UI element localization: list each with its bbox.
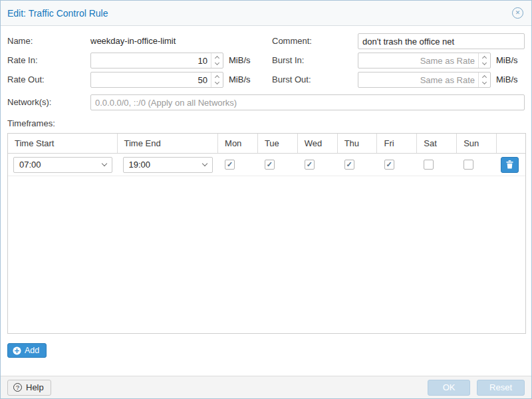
footer-actions: OK Reset — [428, 380, 525, 396]
dialog-footer: Help OK Reset — [1, 376, 531, 398]
help-button-label: Help — [26, 382, 44, 392]
day-checkbox-sun[interactable] — [464, 160, 473, 170]
timeframes-grid: Time Start Time End Mon Tue Wed Thu Fri … — [7, 133, 526, 334]
help-button[interactable]: Help — [7, 380, 51, 396]
column-header-wed[interactable]: Wed — [298, 134, 338, 153]
dialog-titlebar: Edit: Traffic Control Rule — [1, 1, 531, 26]
delete-row-button[interactable] — [501, 157, 519, 173]
chevron-down-icon — [101, 161, 106, 166]
day-checkbox-fri[interactable] — [384, 160, 394, 170]
time-end-cell: 19:00 — [118, 154, 219, 176]
timeframe-row: 07:00 19:00 — [8, 154, 525, 176]
column-header-sat[interactable]: Sat — [417, 134, 457, 153]
rate-out-unit: MiB/s — [229, 74, 251, 85]
add-button-label: Add — [25, 346, 39, 355]
column-header-thu[interactable]: Thu — [338, 134, 378, 153]
burst-out-unit: MiB/s — [496, 74, 518, 85]
column-header-time-end[interactable]: Time End — [118, 134, 219, 153]
thu-cell — [338, 154, 378, 176]
day-checkbox-wed[interactable] — [305, 160, 315, 170]
rate-out-spinner[interactable] — [211, 72, 223, 87]
rate-in-unit: MiB/s — [229, 55, 251, 66]
edit-traffic-control-rule-dialog: Edit: Traffic Control Rule Name: weekday… — [0, 0, 532, 399]
day-checkbox-mon[interactable] — [225, 160, 235, 170]
day-checkbox-tue[interactable] — [265, 160, 275, 170]
day-checkbox-sat[interactable] — [424, 160, 434, 170]
name-value: weekday-in-office-limit — [90, 36, 176, 47]
networks-input[interactable] — [90, 94, 525, 110]
rate-in-input[interactable] — [91, 53, 211, 68]
chevron-down-icon — [482, 80, 487, 84]
rate-out-field — [90, 72, 223, 88]
sat-cell — [417, 154, 457, 176]
rate-out-input[interactable] — [91, 72, 211, 87]
dialog-body: Name: weekday-in-office-limit Comment: R… — [1, 26, 531, 376]
time-start-combo[interactable]: 07:00 — [13, 157, 112, 173]
burst-in-field — [358, 53, 491, 68]
chevron-down-icon — [215, 61, 219, 65]
burst-out-label: Burst Out: — [272, 74, 311, 85]
burst-in-unit: MiB/s — [496, 55, 518, 66]
chevron-down-icon — [215, 80, 219, 84]
rate-in-field — [90, 53, 223, 68]
time-start-cell: 07:00 — [8, 154, 118, 176]
burst-out-field — [358, 72, 491, 88]
reset-button[interactable]: Reset — [477, 380, 525, 396]
question-circle-icon — [13, 383, 22, 392]
trash-icon — [506, 160, 513, 169]
burst-in-input[interactable] — [358, 53, 478, 68]
chevron-down-icon — [202, 161, 207, 166]
column-header-sun[interactable]: Sun — [457, 134, 497, 153]
column-header-fri[interactable]: Fri — [377, 134, 417, 153]
column-header-actions — [497, 134, 525, 153]
column-header-mon[interactable]: Mon — [218, 134, 258, 153]
column-header-tue[interactable]: Tue — [258, 134, 298, 153]
burst-in-spinner[interactable] — [478, 53, 490, 68]
wed-cell — [298, 154, 338, 176]
rate-in-spinner[interactable] — [211, 53, 223, 68]
burst-in-label: Burst In: — [272, 55, 304, 66]
name-label: Name: — [7, 36, 33, 47]
fri-cell — [378, 154, 418, 176]
row-actions-cell — [497, 154, 525, 176]
comment-label: Comment: — [272, 36, 312, 47]
ok-button[interactable]: OK — [428, 380, 470, 396]
mon-cell — [218, 154, 258, 176]
timeframes-label: Timeframes: — [7, 118, 55, 129]
time-end-combo[interactable]: 19:00 — [123, 157, 213, 173]
close-icon[interactable] — [512, 7, 523, 19]
plus-circle-icon — [13, 346, 21, 355]
comment-input[interactable] — [358, 33, 525, 49]
add-button[interactable]: Add — [7, 343, 47, 358]
networks-label: Network(s): — [7, 97, 51, 108]
tue-cell — [258, 154, 298, 176]
grid-header-row: Time Start Time End Mon Tue Wed Thu Fri … — [8, 134, 525, 154]
dialog-title: Edit: Traffic Control Rule — [7, 8, 108, 19]
day-checkbox-thu[interactable] — [344, 160, 354, 170]
burst-out-spinner[interactable] — [478, 72, 490, 87]
burst-out-input[interactable] — [358, 72, 478, 87]
rate-in-label: Rate In: — [7, 55, 38, 66]
time-start-value: 07:00 — [19, 160, 41, 170]
rate-out-label: Rate Out: — [7, 74, 45, 85]
chevron-down-icon — [482, 61, 487, 65]
time-end-value: 19:00 — [129, 160, 151, 170]
sun-cell — [457, 154, 497, 176]
column-header-time-start[interactable]: Time Start — [8, 134, 118, 153]
